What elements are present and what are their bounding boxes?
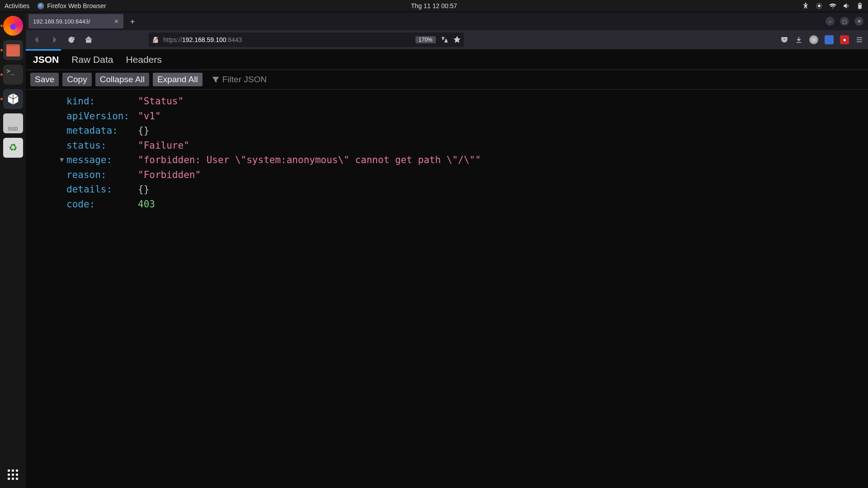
- json-row[interactable]: metadata: {}: [28, 123, 866, 138]
- json-row[interactable]: kind: "Status": [28, 94, 866, 109]
- window-minimize-icon[interactable]: –: [826, 17, 835, 26]
- window-controls: – ▢ ✕: [826, 17, 868, 26]
- json-tree: kind: "Status" apiVersion: "v1" metadata…: [26, 89, 868, 216]
- back-button[interactable]: [30, 33, 44, 47]
- dock-files[interactable]: [3, 40, 23, 60]
- filter-input[interactable]: [222, 75, 322, 84]
- json-value: "Failure": [138, 138, 189, 153]
- json-value: 403: [138, 197, 155, 212]
- pocket-icon[interactable]: [780, 36, 788, 44]
- window-maximize-icon[interactable]: ▢: [840, 17, 849, 26]
- collapse-toggle-icon[interactable]: ▼: [60, 155, 64, 165]
- svg-rect-12: [859, 5, 861, 8]
- url-bar[interactable]: https://192.168.59.100:8443 170%: [149, 33, 464, 47]
- tab-raw-data[interactable]: Raw Data: [71, 54, 113, 65]
- filter-field[interactable]: [212, 75, 322, 84]
- activities-button[interactable]: Activities: [5, 2, 29, 9]
- bookmark-star-icon[interactable]: [453, 36, 461, 44]
- json-row[interactable]: code: 403: [28, 197, 866, 212]
- json-key: kind:: [66, 94, 138, 109]
- wifi-icon[interactable]: [829, 2, 836, 9]
- json-key: status:: [66, 138, 138, 153]
- firefox-window: 192.168.59.100:8443/ ✕ ＋ – ▢ ✕ https://1…: [26, 12, 868, 488]
- json-value: "Status": [138, 94, 184, 109]
- svg-line-9: [821, 4, 821, 4]
- topbar-app-indicator[interactable]: Firefox Web Browser: [38, 2, 106, 9]
- json-row[interactable]: apiVersion: "v1": [28, 109, 866, 124]
- copy-button[interactable]: Copy: [62, 73, 91, 86]
- json-key: apiVersion:: [66, 109, 138, 124]
- json-value: {}: [138, 182, 149, 197]
- svg-line-6: [817, 4, 817, 4]
- zoom-badge[interactable]: 170%: [415, 36, 436, 43]
- dock-drive[interactable]: SSD: [3, 113, 23, 133]
- tab-json[interactable]: JSON: [33, 54, 59, 65]
- home-button[interactable]: [82, 33, 95, 47]
- collapse-all-button[interactable]: Collapse All: [95, 73, 149, 86]
- json-row[interactable]: ▼ message: "forbidden: User \"system:ano…: [28, 153, 866, 168]
- hamburger-menu-icon[interactable]: [855, 36, 863, 44]
- json-value: "Forbidden": [138, 168, 201, 183]
- svg-line-8: [817, 8, 817, 8]
- downloads-icon[interactable]: [795, 36, 803, 44]
- reload-button[interactable]: [65, 33, 78, 47]
- translate-icon[interactable]: [440, 36, 448, 44]
- json-row[interactable]: details: {}: [28, 182, 866, 197]
- json-key: message:: [66, 153, 138, 168]
- json-value: "forbidden: User \"system:anonymous\" ca…: [138, 153, 481, 168]
- json-key: details:: [66, 182, 138, 197]
- dock-terminal[interactable]: [3, 65, 23, 84]
- brightness-icon[interactable]: [816, 2, 823, 9]
- json-row[interactable]: reason: "Forbidden": [28, 168, 866, 183]
- topbar-app-name: Firefox Web Browser: [47, 2, 106, 9]
- forward-button[interactable]: [47, 33, 61, 47]
- tab-close-icon[interactable]: ✕: [114, 18, 119, 25]
- battery-icon[interactable]: [856, 2, 863, 9]
- json-viewer-tabs: JSON Raw Data Headers: [26, 51, 868, 70]
- url-text: https://192.168.59.100:8443: [163, 36, 242, 43]
- extension-red-icon[interactable]: ●: [840, 35, 849, 44]
- tab-title: 192.168.59.100:8443/: [33, 18, 90, 25]
- tab-headers[interactable]: Headers: [126, 54, 161, 65]
- volume-icon[interactable]: [843, 2, 850, 9]
- json-viewer-toolbar: Save Copy Collapse All Expand All: [26, 70, 868, 89]
- lock-warning-icon[interactable]: [151, 36, 160, 44]
- google-translate-extension-icon[interactable]: [825, 35, 834, 44]
- browser-tab[interactable]: 192.168.59.100:8443/ ✕: [28, 14, 123, 28]
- dock-virtualbox[interactable]: [3, 89, 23, 109]
- save-button[interactable]: Save: [30, 73, 59, 86]
- svg-point-0: [805, 3, 807, 4]
- gnome-topbar: Activities Firefox Web Browser Thg 11 12…: [0, 0, 868, 12]
- json-key: metadata:: [66, 123, 138, 138]
- window-close-icon[interactable]: ✕: [854, 17, 863, 26]
- json-key: reason:: [66, 168, 138, 183]
- json-value: {}: [138, 123, 149, 138]
- ubuntu-dock: SSD: [0, 12, 26, 488]
- extension-icon[interactable]: [809, 35, 818, 44]
- page-content: JSON Raw Data Headers Save Copy Collapse…: [26, 49, 868, 488]
- json-key: code:: [66, 197, 138, 212]
- toolbar-right: ●: [780, 35, 863, 44]
- topbar-clock[interactable]: Thg 11 12 00:57: [411, 2, 457, 9]
- svg-rect-11: [859, 3, 861, 3]
- dock-firefox[interactable]: [3, 16, 23, 36]
- filter-icon: [212, 75, 220, 84]
- new-tab-button[interactable]: ＋: [126, 15, 139, 28]
- dock-show-applications[interactable]: [8, 469, 18, 480]
- svg-point-1: [818, 5, 820, 7]
- expand-all-button[interactable]: Expand All: [153, 73, 203, 86]
- json-row[interactable]: status: "Failure": [28, 138, 866, 153]
- svg-line-7: [821, 8, 821, 8]
- firefox-icon: [38, 3, 44, 9]
- nav-toolbar: https://192.168.59.100:8443 170% ●: [26, 30, 868, 49]
- tab-strip: 192.168.59.100:8443/ ✕ ＋ – ▢ ✕: [26, 12, 868, 30]
- accessibility-icon[interactable]: [802, 2, 809, 9]
- json-value: "v1": [138, 109, 161, 124]
- dock-trash[interactable]: [3, 138, 23, 158]
